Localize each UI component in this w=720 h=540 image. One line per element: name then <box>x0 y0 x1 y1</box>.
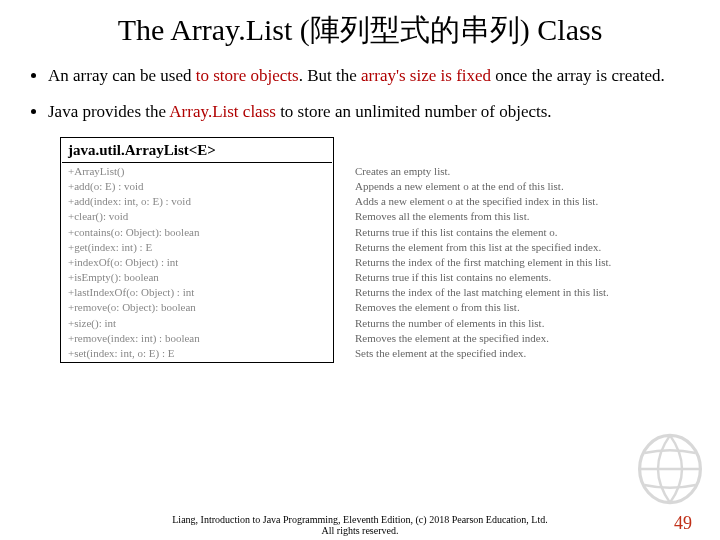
class-name: java.util.ArrayList<E> <box>62 139 332 163</box>
desc-row: Returns the element from this list at th… <box>335 239 659 254</box>
globe-watermark <box>630 424 710 514</box>
bullet2-c: to store an unlimited number of objects. <box>276 102 552 121</box>
method-row: +add(o: E) : void <box>62 178 332 193</box>
method-row: +indexOf(o: Object) : int <box>62 254 332 269</box>
desc-row: Removes the element at the specified ind… <box>335 330 659 345</box>
bullet1-a: An array can be used <box>48 66 196 85</box>
method-row: +remove(o: Object): boolean <box>62 300 332 315</box>
method-row: +ArrayList() <box>62 163 332 178</box>
desc-row: Sets the element at the specified index. <box>335 345 659 360</box>
page-number: 49 <box>674 513 692 534</box>
bullet-list: An array can be used to store objects. B… <box>24 65 696 123</box>
bullet-2: Java provides the Array.List class to st… <box>48 101 696 123</box>
footer-line-1: Liang, Introduction to Java Programming,… <box>172 514 547 525</box>
bullet-1: An array can be used to store objects. B… <box>48 65 696 87</box>
title-part-c: Class <box>530 13 603 46</box>
bullet2-b: Array.List class <box>169 102 276 121</box>
uml-diagram: java.util.ArrayList<E> +ArrayList()+add(… <box>60 137 660 362</box>
desc-row: Removes the element o from this list. <box>335 300 659 315</box>
footer-line-2: All rights reserved. <box>322 525 399 536</box>
method-row: +set(index: int, o: E) : E <box>62 345 332 360</box>
method-row: +get(index: int) : E <box>62 239 332 254</box>
title-part-b: (陣列型式的串列) <box>300 13 530 46</box>
bullet1-b: to store objects <box>196 66 299 85</box>
footer: Liang, Introduction to Java Programming,… <box>0 514 720 536</box>
slide-title: The Array.List (陣列型式的串列) Class <box>24 10 696 51</box>
desc-row: Returns the index of the first matching … <box>335 254 659 269</box>
method-row: +remove(index: int) : boolean <box>62 330 332 345</box>
desc-row: Returns the index of the last matching e… <box>335 285 659 300</box>
bullet2-a: Java provides the <box>48 102 169 121</box>
desc-row: Creates an empty list. <box>335 163 659 178</box>
desc-list: Creates an empty list.Appends a new elem… <box>335 163 659 360</box>
svg-point-0 <box>640 435 701 502</box>
bullet1-e: once the array is created. <box>491 66 665 85</box>
method-row: +contains(o: Object): boolean <box>62 224 332 239</box>
desc-row: Adds a new element o at the specified in… <box>335 194 659 209</box>
desc-row: Returns the number of elements in this l… <box>335 315 659 330</box>
desc-row: Removes all the elements from this list. <box>335 209 659 224</box>
method-row: +lastIndexOf(o: Object) : int <box>62 285 332 300</box>
method-row: +size(): int <box>62 315 332 330</box>
bullet1-d: array's size is fixed <box>361 66 491 85</box>
method-row: +add(index: int, o: E) : void <box>62 194 332 209</box>
method-row: +clear(): void <box>62 209 332 224</box>
method-list: +ArrayList()+add(o: E) : void+add(index:… <box>62 163 332 360</box>
desc-row: Returns true if this list contains no el… <box>335 270 659 285</box>
method-row: +isEmpty(): boolean <box>62 270 332 285</box>
title-part-a: The Array.List <box>118 13 300 46</box>
desc-row: Returns true if this list contains the e… <box>335 224 659 239</box>
desc-row: Appends a new element o at the end of th… <box>335 178 659 193</box>
bullet1-c: . But the <box>299 66 361 85</box>
